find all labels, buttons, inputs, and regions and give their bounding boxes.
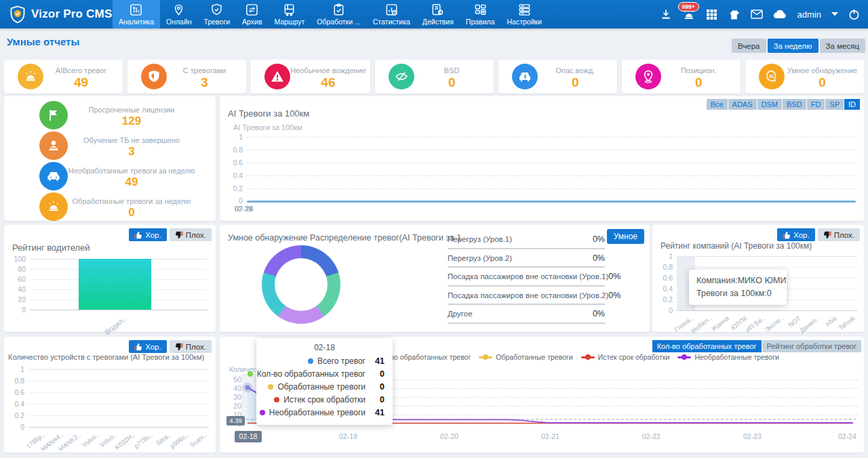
list-item: Посадка пассажиров вне остановки (Уров.1… bbox=[448, 268, 605, 287]
y-tick: 0.6 bbox=[226, 159, 243, 167]
tooltip-value: 0 bbox=[370, 369, 384, 379]
apps-grid-icon[interactable] bbox=[706, 9, 717, 20]
download-icon[interactable] bbox=[660, 8, 672, 20]
brand-name: Vizor Pro CMS bbox=[31, 7, 112, 21]
kpi-processed-alarms: Обработанные тревоги за неделю 0 bbox=[4, 191, 216, 222]
stat-card-smart-detection[interactable]: AI Умное обнаружение 0 bbox=[745, 60, 864, 93]
legend-label: Обработанные тревоги bbox=[496, 353, 572, 361]
mail-icon[interactable] bbox=[751, 9, 763, 19]
series-dot bbox=[308, 358, 313, 364]
y-tick: 1 bbox=[226, 133, 243, 141]
stat-value: 0 bbox=[572, 75, 579, 89]
bad-button[interactable]: Плох. bbox=[818, 228, 860, 241]
warning-triangle-icon bbox=[264, 64, 290, 89]
stat-card-bsd[interactable]: BSD 0 bbox=[375, 60, 494, 93]
shirt-icon[interactable] bbox=[728, 9, 741, 20]
bad-label: Плох. bbox=[834, 231, 854, 239]
chart-subtitle: AI Тревоги за 100км bbox=[233, 123, 302, 131]
item-label: Посадка пассажиров вне остановки (Уров.1… bbox=[448, 272, 608, 280]
tooltip-row: Кол-во обработанных тревог 0 bbox=[264, 367, 384, 380]
page-title: Умные отчеты bbox=[7, 36, 79, 47]
good-button[interactable]: Хор. bbox=[777, 228, 815, 241]
tab-route[interactable]: Маршрут bbox=[269, 0, 311, 28]
stat-value: 49 bbox=[74, 75, 88, 89]
good-button[interactable]: Хор. bbox=[129, 228, 167, 241]
period-yesterday[interactable]: Вчера bbox=[732, 39, 766, 53]
chevron-down-icon[interactable] bbox=[831, 12, 838, 16]
logo-shield-icon bbox=[9, 5, 26, 24]
tab-statistics[interactable]: Статистика bbox=[367, 0, 416, 28]
cloud-icon[interactable] bbox=[773, 9, 787, 19]
y-tick: 0.4 bbox=[226, 171, 243, 180]
notification-badge: 999+ bbox=[678, 2, 699, 12]
filter-dsm[interactable]: DSM bbox=[757, 99, 782, 110]
ai-alarms-chart-panel: Все ADAS DSM BSD FD SP ID AI Тревоги за … bbox=[220, 96, 864, 221]
tab-processing[interactable]: Обработки ... bbox=[311, 0, 366, 28]
toggle-processing-rating[interactable]: Рейтинг обработки тревог bbox=[762, 340, 861, 352]
series-dot bbox=[268, 384, 273, 390]
thumb-down-icon bbox=[175, 231, 183, 239]
tab-actions[interactable]: Действия bbox=[416, 0, 460, 28]
legend-label: Истек срок обработки bbox=[598, 353, 670, 361]
x-tick-selected: 02-18 bbox=[235, 431, 262, 442]
driver-rating-bar[interactable] bbox=[79, 259, 151, 310]
filter-all[interactable]: Все bbox=[707, 99, 728, 110]
stat-value: 0 bbox=[818, 75, 826, 89]
power-icon[interactable] bbox=[848, 9, 860, 20]
legend-expired[interactable]: Истек срок обработки bbox=[581, 353, 670, 361]
filter-bsd[interactable]: BSD bbox=[783, 99, 806, 110]
y-tick: 40 bbox=[225, 384, 241, 392]
tooltip-value: 41 bbox=[370, 356, 384, 366]
stat-card-unusual-driving[interactable]: Необычное вождение 46 bbox=[251, 60, 370, 93]
location-pin-icon bbox=[635, 64, 661, 89]
thumb-up-icon bbox=[134, 343, 142, 351]
tab-online[interactable]: Онлайн bbox=[160, 0, 198, 28]
filter-id[interactable]: ID bbox=[844, 99, 860, 110]
y-tick: 60 bbox=[8, 275, 26, 283]
item-value: 0% bbox=[593, 234, 605, 244]
legend-unprocessed[interactable]: Необработанные тревоги bbox=[677, 353, 779, 361]
stat-card-with-alarms[interactable]: С тревогами 3 bbox=[127, 60, 246, 93]
period-week[interactable]: За неделю bbox=[768, 39, 818, 53]
list-item: Посадка пассажиров вне остановки (Уров.2… bbox=[448, 287, 605, 306]
stat-card-dangerous-driving[interactable]: Опас.вожд. 0 bbox=[498, 60, 617, 93]
alerts-bell[interactable]: 999+ bbox=[682, 8, 696, 21]
kpi-label: Обработанные тревоги за неделю bbox=[73, 197, 191, 205]
tooltip-row: Обработанные тревоги 0 bbox=[264, 380, 384, 393]
tooltip-date: 02-18 bbox=[264, 343, 384, 352]
item-value: 0% bbox=[608, 272, 620, 281]
stat-value: 46 bbox=[321, 75, 335, 89]
legend-processed-alarms[interactable]: Обработанные тревоги bbox=[479, 353, 572, 361]
y-tick: 0.8 bbox=[9, 377, 24, 385]
company-tooltip: Компания:МИКО ЮМИ Тревоги за 100км:0 bbox=[689, 270, 787, 305]
alarm-type-filter: Все ADAS DSM BSD FD SP ID bbox=[707, 99, 860, 110]
tab-archive[interactable]: Архив bbox=[236, 0, 268, 28]
tab-analytics[interactable]: Аналитика bbox=[113, 0, 160, 28]
doc-gear-icon bbox=[431, 3, 445, 17]
bad-button[interactable]: Плох. bbox=[170, 340, 212, 353]
filter-adas[interactable]: ADAS bbox=[728, 99, 757, 110]
filter-sp[interactable]: SP bbox=[825, 99, 844, 110]
rules-grid-icon bbox=[473, 3, 488, 17]
tab-alarms[interactable]: Тревоги bbox=[198, 0, 237, 28]
stat-card-position[interactable]: Позицион. 0 bbox=[622, 60, 741, 93]
bus-icon bbox=[282, 3, 296, 17]
tab-rules[interactable]: Правила bbox=[460, 0, 501, 28]
stat-card-total-alarms[interactable]: AIВсего тревог 49 bbox=[4, 60, 123, 93]
bad-button[interactable]: Плох. bbox=[170, 228, 212, 241]
filter-fd[interactable]: FD bbox=[807, 99, 825, 110]
toggle-processed-count[interactable]: Кол-во обработанных тревог bbox=[652, 340, 762, 352]
avg-marker: 4.39 bbox=[226, 416, 245, 425]
tooltip-value: Тревоги за 100км:0 bbox=[696, 287, 779, 300]
good-button[interactable]: Хор. bbox=[129, 340, 167, 353]
y-tick: 0.4 bbox=[9, 400, 24, 408]
tab-settings[interactable]: Настройки bbox=[501, 0, 549, 28]
smart-button[interactable]: Умное bbox=[607, 229, 644, 244]
x-category: Мобил.. bbox=[690, 314, 713, 335]
alarm-distribution-donut[interactable] bbox=[262, 245, 340, 324]
header-icons: 999+ admin bbox=[660, 0, 860, 28]
period-month[interactable]: За месяц bbox=[820, 39, 865, 53]
tab-label: Тревоги bbox=[204, 18, 231, 26]
user-name[interactable]: admin bbox=[797, 9, 821, 20]
driver-rating-panel: Хор. Плох. Рейтинг водителей 100 80 60 4… bbox=[4, 225, 216, 332]
